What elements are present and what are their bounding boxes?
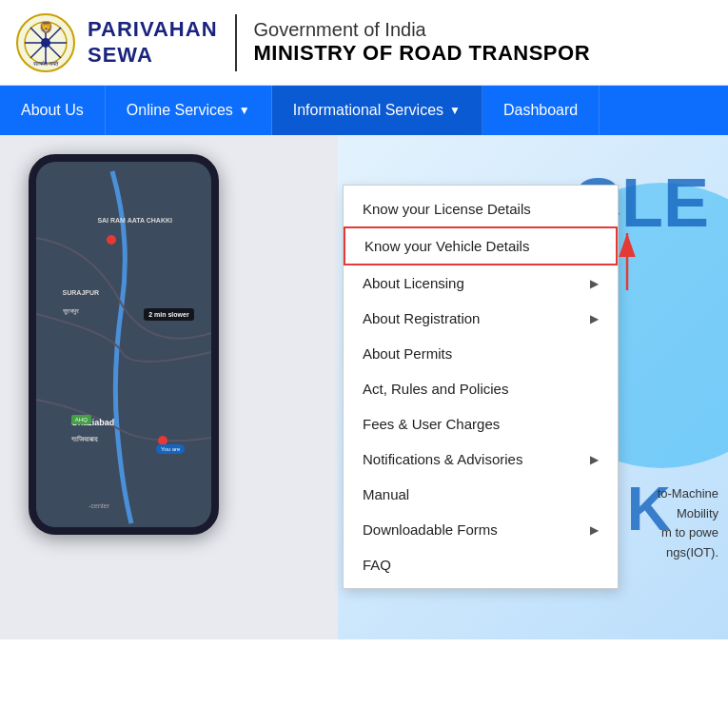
about-registration-sub-arrow-icon: ▶: [590, 312, 599, 325]
about-licensing-sub-arrow-icon: ▶: [590, 277, 599, 290]
header: 🦁 सत्यमेव जयते PARIVAHAN SEWA Government…: [0, 0, 728, 86]
emblem-icon: 🦁 सत्यमेव जयते: [15, 12, 76, 73]
gov-line2: MINISTRY OF ROAD TRANSPOR: [254, 41, 591, 66]
logo-area: 🦁 सत्यमेव जयते PARIVAHAN SEWA: [15, 12, 218, 73]
dropdown-item-downloadable-forms[interactable]: Downloadable Forms ▶: [344, 512, 618, 547]
gov-line1: Government of India: [254, 19, 591, 41]
dropdown-item-fees[interactable]: Fees & User Charges: [344, 406, 618, 442]
map-label-surajpur: SURAJPUR: [63, 289, 100, 296]
nav-item-dashboard[interactable]: Dashboard: [482, 86, 600, 135]
nav-label-dashboard: Dashboard: [503, 102, 578, 119]
map-2min-badge: 2 min slower: [144, 308, 193, 321]
phone-mockup: SAI RAM AATA CHAKKI SURAJPUR सूरजपुर Gha…: [29, 154, 219, 535]
logo-text: PARIVAHAN SEWA: [88, 17, 218, 68]
map-label-city-hindi: गाजियाबाद: [71, 436, 98, 443]
map-ahq-badge: AHQ: [71, 415, 91, 424]
nav-label-online-services: Online Services: [127, 102, 233, 119]
dropdown-item-know-vehicle[interactable]: Know your Vehicle Details: [344, 226, 618, 265]
logo-title-line2: SEWA: [88, 43, 218, 68]
svg-text:🦁: 🦁: [39, 20, 53, 34]
dropdown-item-faq[interactable]: FAQ: [344, 547, 618, 582]
map-label-surajpur-hindi: सूरजपुर: [63, 308, 79, 315]
nav-item-about-us[interactable]: About Us: [0, 86, 106, 135]
svg-point-6: [41, 38, 50, 48]
map-center-label: -center: [89, 502, 109, 509]
nav-label-about-us: About Us: [21, 102, 84, 119]
map-label-sai-ram: SAI RAM AATA CHAKKI: [97, 217, 172, 224]
notifications-sub-arrow-icon: ▶: [590, 453, 599, 466]
phone-screen: SAI RAM AATA CHAKKI SURAJPUR सूरजपुर Gha…: [36, 162, 211, 527]
gov-text: Government of India MINISTRY OF ROAD TRA…: [254, 19, 591, 66]
bg-description: to-Machine Mobility m to powe ngs(IOT).: [658, 484, 718, 563]
dropdown-item-notifications[interactable]: Notifications & Advisories ▶: [344, 442, 618, 477]
logo-title-line1: PARIVAHAN: [88, 17, 218, 42]
nav-label-informational-services: Informational Services: [293, 102, 443, 119]
map-pin-red-1: [107, 235, 116, 245]
dropdown-item-know-license[interactable]: Know your License Details: [344, 191, 618, 226]
nav-item-informational-services[interactable]: Informational Services ▼: [272, 86, 482, 135]
svg-text:सत्यमेव जयते: सत्यमेव जयते: [32, 60, 60, 67]
phone-container: SAI RAM AATA CHAKKI SURAJPUR सूरजपुर Gha…: [29, 154, 219, 535]
dropdown-item-about-licensing[interactable]: About Licensing ▶: [344, 265, 618, 301]
downloadable-forms-sub-arrow-icon: ▶: [590, 523, 599, 537]
dropdown-item-about-permits[interactable]: About Permits: [344, 336, 618, 371]
informational-services-arrow-icon: ▼: [449, 104, 461, 117]
navbar: About Us Online Services ▼ Informational…: [0, 86, 728, 135]
dropdown-item-manual[interactable]: Manual: [344, 477, 618, 512]
header-divider: [235, 14, 237, 71]
dropdown-item-act-rules[interactable]: Act, Rules and Policies: [344, 371, 618, 406]
dropdown-item-about-registration[interactable]: About Registration ▶: [344, 301, 618, 336]
nav-item-online-services[interactable]: Online Services ▼: [106, 86, 272, 135]
online-services-arrow-icon: ▼: [239, 104, 250, 117]
map-background: SAI RAM AATA CHAKKI SURAJPUR सूरजपुर Gha…: [36, 162, 211, 527]
dropdown-menu: Know your License Details Know your Vehi…: [343, 185, 619, 589]
map-you-are-badge: You are: [156, 444, 185, 454]
